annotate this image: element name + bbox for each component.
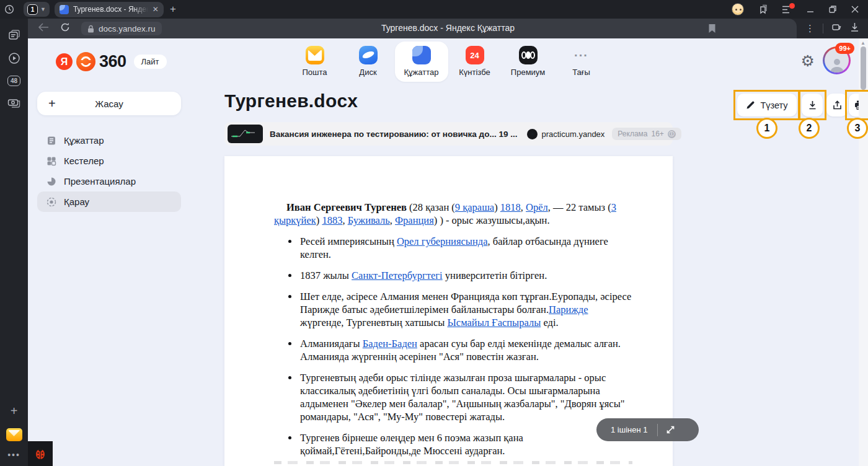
tab-strip: 1 ▼ Тургенев.docx - Яндекс ✕ + [0,0,868,19]
annotation-box-2 [798,90,826,120]
annotation-circle-3: 3 [847,118,868,139]
ad-banner[interactable]: Вакансия инженера по тестированию: от но… [224,122,673,146]
doc-bullet-list: Ресей империясының Орел губерниясында, б… [274,235,632,457]
doc-link[interactable]: 9 қараша [455,201,494,213]
reload-icon[interactable] [60,22,70,35]
toolbar-divider [823,24,823,33]
page-indicator-pill[interactable]: 1 ішінен 1 [596,418,699,441]
doc-bullet: Тургенев бірнеше өлеңдер мен 6 поэма жаз… [299,431,632,457]
doc-text: ) [494,201,500,213]
doc-link[interactable]: Ысмайыл Ғаспыралы [447,317,541,328]
sidebar-item-tables[interactable]: Кестелер [37,151,181,171]
doc-link[interactable]: 1818 [500,201,521,213]
back-icon[interactable] [38,23,49,34]
ladybug-icon [33,447,47,460]
docs-favicon-icon [60,5,69,14]
annotation-box-1 [733,90,800,120]
doc-link[interactable]: Парижде [549,304,588,315]
yandex-logo-icon: Я [56,53,73,70]
minimize-button[interactable] [806,5,815,14]
tab-counter-badge[interactable]: 48 [7,76,20,86]
profile-avatar[interactable] [732,3,744,15]
bookmark-page-icon[interactable] [708,24,716,36]
doc-text: ) ) - орыс жазушысы,ақын. [434,214,550,226]
sidebar-add-icon[interactable]: + [11,404,18,418]
doc-text: , [342,214,347,226]
ad-thumbnail [228,125,263,143]
restore-button[interactable] [828,5,837,14]
scrollbar-thumb[interactable] [861,46,866,90]
fullscreen-expand-icon[interactable] [665,424,676,435]
tab-title: Тургенев.docx - Яндекс [73,5,148,14]
docs-sidebar: + Жасау Құжаттар Кестелер Презентациялар [37,92,181,212]
doc-link[interactable]: Санкт-Петербургтегі [352,270,443,281]
doc-text: еді. [541,317,558,328]
doc-text: Тургеневтың әдеби орыс тілінде жазылған … [300,372,624,423]
user-avatar[interactable]: 99+ [823,46,851,74]
active-tab[interactable]: Тургенев.docx - Яндекс ✕ [55,2,164,17]
browser-sidebar: 48 + ••• [0,19,28,466]
doc-text: , [390,214,395,226]
screenshot-icon[interactable] [7,97,20,108]
ad-title: Вакансия инженера по тестированию: от но… [270,130,517,139]
doc-paragraph: Иван Сергеевич Тургенев (28 қазан (9 қар… [274,201,632,227]
mail-sidebar-icon[interactable] [6,428,22,441]
doc-link[interactable]: Баден-Баден [363,338,417,350]
doc-bullet: Шет елде, әсіресе Алмания менен Францияд… [299,290,632,329]
browser-menu-icon[interactable] [782,5,792,14]
sidebar-more-icon[interactable]: ••• [7,450,20,460]
close-window-button[interactable] [851,5,859,14]
tables-icon [46,156,57,166]
extensions-icon[interactable] [831,22,842,35]
doc-bullet: Алманиядағы Баден-Баден арасан суы бар е… [299,337,632,363]
y360-logo[interactable]: Я 360 Лайт [56,52,167,71]
video-icon[interactable] [8,52,20,64]
share-button[interactable] [826,94,848,116]
doc-text: , — 22 тамыз ( [548,201,611,213]
doc-bold-text: Иван Сергеевич Тургенев [286,201,407,213]
doc-text: Алманиядағы [300,338,363,350]
more-tools-icon[interactable]: ⋮ [805,23,815,34]
address-bar[interactable]: docs.yandex.ru Тургенев.docx - Яндекс Құ… [28,19,797,38]
document-body: Иван Сергеевич Тургенев (28 қазан (9 қар… [224,156,673,457]
tab-close-icon[interactable]: ✕ [153,5,159,14]
new-tab-button[interactable]: + [170,3,176,15]
document-title: Тургенев.docx [224,90,358,112]
menu-notification-dot [789,3,795,9]
ad-disclaimer: Реклама 16+ ⓘ [612,128,681,140]
y360-logo-text: 360 [99,52,126,71]
sidebar-item-presentations[interactable]: Презентациялар [37,171,181,191]
annotation-circle-2: 2 [799,118,820,139]
doc-main: Тургенев.docx Түзету 1 2 3 [224,38,673,466]
doc-text: , [521,201,526,213]
feed-icon[interactable] [8,30,20,41]
y360-logo-icon [76,52,95,71]
doc-text: Тургенев бірнеше өлеңдер мен 6 поэма жаз… [300,432,523,457]
debug-bug-overlay [28,441,53,466]
doc-bullet: Тургеневтың әдеби орыс тілінде жазылған … [299,371,632,423]
sidebar-item-browse[interactable]: Қарау [37,191,181,212]
doc-link[interactable]: Орёл [526,201,548,213]
doc-link[interactable]: 1883 [322,214,342,226]
downloads-icon[interactable] [850,22,859,35]
annotation-box-3 [845,90,868,120]
create-button[interactable]: + Жасау [37,92,181,115]
history-icon[interactable] [0,4,19,14]
clipped-text-line [274,461,632,464]
doc-link[interactable]: Франция [395,214,434,226]
plan-badge: Лайт [134,55,167,69]
doc-link[interactable]: Орел губерниясында [397,235,488,247]
scroll-up-icon[interactable]: ▲ [861,40,866,46]
share-icon [833,100,842,110]
doc-bullet: Ресей империясының Орел губерниясында, б… [299,235,632,261]
doc-text: Ресей империясының [300,235,397,247]
bookmarks-icon[interactable] [758,4,768,15]
doc-link[interactable]: Буживаль [348,214,390,226]
lock-icon[interactable] [87,25,94,33]
url-domain: docs.yandex.ru [99,24,156,33]
settings-gear-icon[interactable]: ⚙ [801,52,815,70]
sidebar-item-documents[interactable]: Құжаттар [37,130,181,151]
tab-group[interactable]: 1 ▼ [24,2,50,17]
browse-globe-icon [46,197,57,207]
presentations-icon [46,177,57,187]
